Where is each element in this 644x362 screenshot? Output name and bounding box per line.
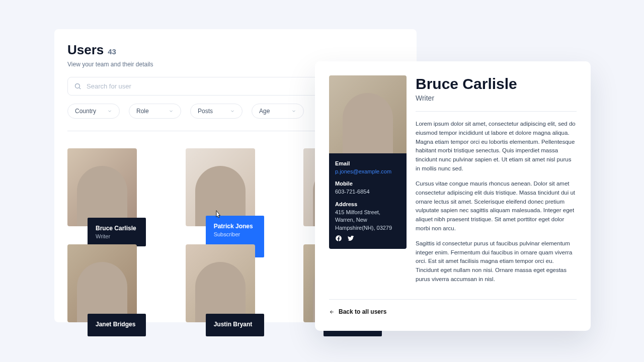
twitter-icon[interactable] (347, 235, 354, 242)
user-name: Justin Bryant (214, 321, 256, 328)
filter-label: Country (75, 108, 96, 115)
arrow-left-icon (329, 309, 335, 315)
user-card[interactable]: Janet Bridges (67, 244, 168, 322)
address-label: Address (335, 201, 400, 207)
detail-meta: Email p.jones@example.com Mobile 603-721… (329, 153, 407, 249)
filter-age[interactable]: Age (252, 104, 304, 119)
user-photo (186, 148, 255, 226)
search-icon (74, 82, 82, 90)
divider (329, 299, 577, 300)
back-to-users-link[interactable]: Back to all users (329, 308, 386, 315)
user-detail-panel: Email p.jones@example.com Mobile 603-721… (315, 61, 591, 331)
user-name: Janet Bridges (96, 321, 138, 328)
filter-country[interactable]: Country (67, 104, 120, 119)
filter-posts[interactable]: Posts (190, 104, 243, 119)
user-label: Janet Bridges (88, 314, 146, 336)
back-label: Back to all users (339, 308, 386, 315)
detail-top: Email p.jones@example.com Mobile 603-721… (329, 75, 577, 290)
svg-line-1 (79, 87, 80, 89)
detail-paragraph: Sagittis id consectetur purus ut faucibu… (416, 239, 577, 284)
chevron-down-icon (107, 109, 112, 114)
mobile-value: 603-721-6854 (335, 188, 400, 196)
page-title-row: Users 43 (67, 42, 404, 58)
user-card[interactable]: Patrick Jones Subscriber View profile (186, 148, 286, 226)
address-value: 415 Milford Street, Warren, New Hampshir… (335, 209, 400, 232)
chevron-down-icon (169, 109, 174, 114)
user-name: Patrick Jones (214, 223, 256, 230)
user-role: Subscriber (214, 231, 256, 237)
svg-point-0 (75, 84, 80, 88)
detail-main: Bruce Carlisle Writer Lorem ipsum dolor … (416, 75, 577, 290)
divider (416, 111, 577, 112)
user-photo (67, 244, 137, 322)
email-label: Email (335, 160, 400, 166)
user-role: Writer (96, 233, 138, 239)
chevron-down-icon (230, 109, 235, 114)
filter-label: Age (259, 108, 270, 115)
chevron-down-icon (291, 109, 296, 114)
user-photo (186, 244, 255, 322)
detail-name: Bruce Carlisle (416, 75, 577, 93)
user-card[interactable]: Bruce Carlisle Writer (67, 148, 168, 226)
user-label: Justin Bryant (206, 314, 264, 336)
social-row (335, 235, 400, 242)
filter-label: Posts (198, 108, 213, 115)
detail-paragraph: Cursus vitae congue mauris rhoncus aenea… (416, 179, 577, 233)
filter-role[interactable]: Role (129, 104, 181, 119)
email-value[interactable]: p.jones@example.com (335, 168, 400, 175)
detail-photo (329, 75, 407, 153)
user-name: Bruce Carlisle (96, 225, 138, 232)
user-label: Bruce Carlisle Writer (88, 218, 146, 246)
detail-sidebar: Email p.jones@example.com Mobile 603-721… (329, 75, 407, 290)
users-count: 43 (108, 47, 116, 56)
facebook-icon[interactable] (335, 235, 342, 242)
user-photo (67, 148, 137, 226)
mobile-label: Mobile (335, 180, 400, 187)
detail-role: Writer (416, 94, 577, 102)
detail-paragraph: Lorem ipsum dolor sit amet, consectetur … (416, 120, 577, 173)
filter-label: Role (136, 108, 149, 115)
user-card[interactable]: Justin Bryant (186, 244, 286, 322)
page-title: Users (67, 42, 104, 58)
